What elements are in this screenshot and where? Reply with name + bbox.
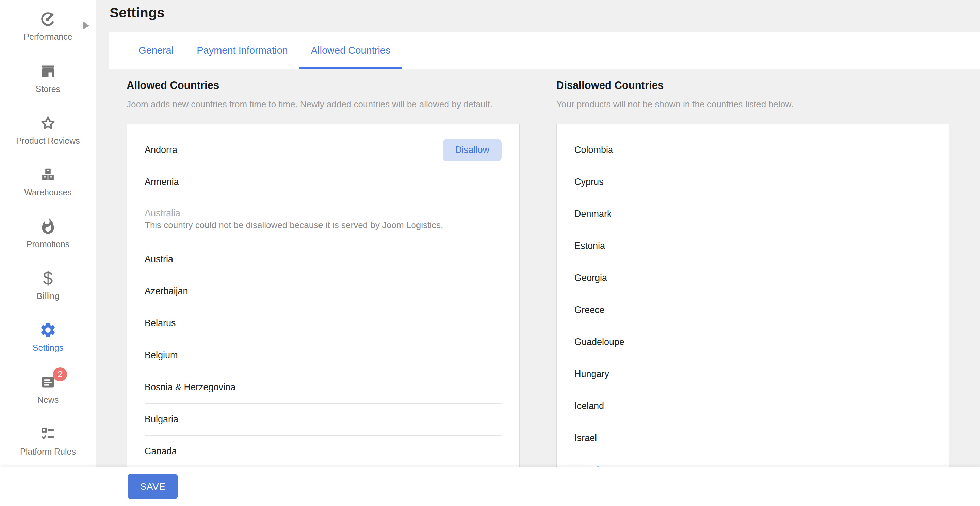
sidebar-item-label: Warehouses xyxy=(24,187,72,198)
country-row-denmark[interactable]: Denmark xyxy=(574,198,931,230)
sidebar-item-label: Promotions xyxy=(27,239,69,250)
country-name: Bosnia & Herzegovina xyxy=(145,382,235,393)
country-name: Colombia xyxy=(574,145,613,155)
disallowed-countries-card: ColombiaCyprusDenmarkEstoniaGeorgiaGreec… xyxy=(556,124,950,471)
star-icon xyxy=(38,114,58,132)
sidebar-item-label: Platform Rules xyxy=(20,446,76,457)
sidebar-item-product-reviews[interactable]: Product Reviews xyxy=(0,104,96,156)
country-row-canada[interactable]: Canada xyxy=(145,436,501,468)
speedometer-icon xyxy=(38,10,58,28)
tab-general[interactable]: General xyxy=(127,32,185,69)
sidebar-item-platform-rules[interactable]: Platform Rules xyxy=(0,415,96,466)
allowed-countries-description: Joom adds new countries from time to tim… xyxy=(127,99,520,109)
country-row-iceland[interactable]: Iceland xyxy=(574,390,931,422)
country-row-armenia[interactable]: Armenia xyxy=(145,166,501,198)
sidebar-item-stores[interactable]: Stores xyxy=(0,52,96,104)
country-row-colombia[interactable]: Colombia xyxy=(574,134,931,166)
main-content: Allowed Countries Joom adds new countrie… xyxy=(96,69,980,506)
dollar-icon: $ xyxy=(38,269,58,287)
tab-allowed-countries[interactable]: Allowed Countries xyxy=(299,32,402,69)
sidebar-item-warehouses[interactable]: Warehouses xyxy=(0,156,96,208)
country-row-andorra[interactable]: AndorraDisallow xyxy=(145,134,501,166)
disallowed-countries-list: ColombiaCyprusDenmarkEstoniaGeorgiaGreec… xyxy=(557,124,949,471)
disallowed-countries-description: Your products will not be shown in the c… xyxy=(556,99,950,109)
storefront-icon xyxy=(38,62,58,80)
sidebar-item-label: Performance xyxy=(24,32,72,42)
country-row-belgium[interactable]: Belgium xyxy=(145,340,501,372)
country-row-azerbaijan[interactable]: Azerbaijan xyxy=(145,276,501,308)
country-name: Hungary xyxy=(574,369,609,379)
country-row-belarus[interactable]: Belarus xyxy=(145,308,501,340)
country-name: Georgia xyxy=(574,273,607,283)
allowed-countries-title: Allowed Countries xyxy=(127,79,520,92)
sidebar-item-performance[interactable]: Performance xyxy=(0,0,96,52)
sidebar-item-label: News xyxy=(37,395,59,405)
country-name: Denmark xyxy=(574,209,612,219)
country-name: Belarus xyxy=(145,318,176,329)
flame-icon xyxy=(38,217,58,236)
country-row-australia: AustraliaThis country could not be disal… xyxy=(145,198,501,243)
country-row-bulgaria[interactable]: Bulgaria xyxy=(145,404,501,436)
country-name: Armenia xyxy=(145,177,179,187)
country-row-estonia[interactable]: Estonia xyxy=(574,230,931,262)
country-name: Cyprus xyxy=(574,177,604,187)
sidebar: PerformanceStoresProduct ReviewsWarehous… xyxy=(0,0,96,467)
tab-bar: GeneralPayment InformationAllowed Countr… xyxy=(109,32,980,69)
country-name: Bulgaria xyxy=(145,414,178,425)
tab-payment-information[interactable]: Payment Information xyxy=(185,32,299,69)
sidebar-item-label: Settings xyxy=(33,343,63,353)
country-name: Austria xyxy=(145,254,173,265)
country-row-guadeloupe[interactable]: Guadeloupe xyxy=(574,326,931,358)
country-row-greece[interactable]: Greece xyxy=(574,294,931,326)
country-name: Canada xyxy=(145,446,177,457)
country-name: Guadeloupe xyxy=(574,337,624,347)
notification-badge: 2 xyxy=(53,367,67,381)
country-name: Estonia xyxy=(574,241,605,251)
allowed-countries-list: AndorraDisallowArmeniaAustraliaThis coun… xyxy=(127,124,519,468)
country-name: Andorra xyxy=(145,145,177,155)
country-row-georgia[interactable]: Georgia xyxy=(574,262,931,294)
country-name: Azerbaijan xyxy=(145,286,188,297)
sidebar-item-label: Product Reviews xyxy=(16,136,80,146)
sidebar-item-news[interactable]: 2News xyxy=(0,363,96,415)
disallow-button[interactable]: Disallow xyxy=(443,139,501,161)
country-row-bosnia-herzegovina[interactable]: Bosnia & Herzegovina xyxy=(145,372,501,404)
sidebar-item-billing[interactable]: $Billing xyxy=(0,259,96,311)
country-name: Greece xyxy=(574,305,605,315)
country-disabled-note: This country could not be disallowed bec… xyxy=(145,219,501,231)
footer-bar: SAVE xyxy=(0,467,980,506)
country-name: Iceland xyxy=(574,401,604,411)
country-row-hungary[interactable]: Hungary xyxy=(574,358,931,390)
expand-arrow-icon[interactable] xyxy=(83,22,89,29)
allowed-countries-card: AndorraDisallowArmeniaAustraliaThis coun… xyxy=(127,124,520,471)
gear-icon xyxy=(38,321,58,339)
country-name: Belgium xyxy=(145,350,178,361)
disallowed-countries-section: Disallowed Countries Your products will … xyxy=(556,79,950,471)
sidebar-item-label: Stores xyxy=(36,84,60,94)
boxes-icon xyxy=(38,166,58,184)
country-name: Australia xyxy=(145,207,501,219)
news-icon: 2 xyxy=(38,373,58,391)
country-row-austria[interactable]: Austria xyxy=(145,243,501,276)
allowed-countries-section: Allowed Countries Joom adds new countrie… xyxy=(127,79,520,471)
checklist-icon xyxy=(38,425,58,443)
sidebar-item-settings[interactable]: Settings xyxy=(0,311,96,362)
disallowed-countries-title: Disallowed Countries xyxy=(556,79,950,92)
save-button[interactable]: SAVE xyxy=(127,474,178,499)
country-row-cyprus[interactable]: Cyprus xyxy=(574,166,931,198)
sidebar-item-label: Billing xyxy=(37,291,60,301)
sidebar-item-promotions[interactable]: Promotions xyxy=(0,208,96,259)
page-title: Settings xyxy=(110,5,165,21)
country-name: Israel xyxy=(574,433,597,443)
country-row-israel[interactable]: Israel xyxy=(574,422,931,454)
